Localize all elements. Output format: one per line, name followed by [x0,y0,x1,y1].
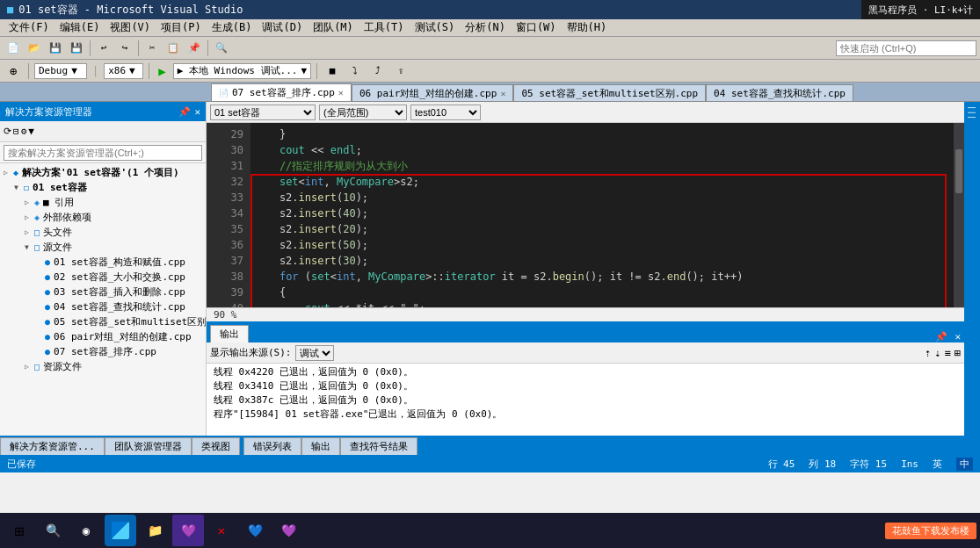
output-bottom-tab[interactable]: 输出 [301,437,340,455]
panel-close-btn[interactable]: ✕ [951,331,964,342]
menu-item-N[interactable]: 分析(N) [460,18,511,37]
sync-btn[interactable]: ⟳ [4,126,11,137]
tree-item-12[interactable]: ●07 set容器_排序.cpp [0,344,206,359]
code-line-33: set<int, MyCompare>s2; [254,174,950,190]
menu-item-M[interactable]: 团队(M) [308,18,359,37]
sep6 [316,63,317,79]
row-status[interactable]: 行 45 [768,458,795,471]
sidebar-pin-btn[interactable]: 📌 [178,106,191,118]
menu-item-F[interactable]: 文件(F) [4,18,54,37]
tree-item-7[interactable]: ●02 set容器_大小和交换.cpp [0,270,206,285]
error-list-tab[interactable]: 错误列表 [243,437,301,455]
main-area: 解决方案资源管理器 📌 ✕ ⟳ ⊟ ⚙ ▼ ▷◆解决方案'01 set容器'(1… [0,102,980,436]
tree-item-0[interactable]: ▷◆解决方案'01 set容器'(1 个项目) [0,165,206,180]
find-btn[interactable]: 🔍 [212,40,231,57]
tree-item-1[interactable]: ▼◻01 set容器 [0,180,206,195]
output-btn4[interactable]: ⊞ [955,347,961,359]
task-view-btn[interactable]: ◉ [70,515,102,546]
ins-status[interactable]: Ins [901,458,918,470]
platform-dropdown[interactable]: x86 ▼ [104,63,143,79]
collapse-btn[interactable]: ⊟ [13,126,19,137]
find-results-tab[interactable]: 查找符号结果 [340,437,417,455]
scroll-thumb[interactable] [955,149,962,193]
team-tab[interactable]: 团队资源管理器 [105,437,192,455]
paste-btn[interactable]: 📌 [185,40,204,57]
save-all-btn[interactable]: 💾 [67,40,86,57]
col-status[interactable]: 列 18 [809,458,836,471]
blue-diamond-btn[interactable]: 💙 [239,515,271,546]
search-taskbar-btn[interactable]: 🔍 [37,515,69,546]
edge-btn[interactable] [105,515,136,546]
output-btn3[interactable]: ≡ [945,347,951,359]
explorer-btn[interactable]: 📁 [139,515,171,546]
start-btn[interactable]: ⊞ [4,515,35,546]
menu-item-V[interactable]: 视图(V) [105,18,156,37]
stop-btn[interactable]: ■ [323,62,342,80]
menu-item-P[interactable]: 项目(P) [156,18,207,37]
run-dropdown[interactable]: ▶ 本地 Windows 调试... ▼ [173,63,311,79]
vs-taskbar-btn[interactable]: 💜 [172,515,204,546]
solution-tab[interactable]: 解决方案资源管... [0,437,105,455]
output-btn2[interactable]: ⇣ [934,347,940,359]
tab-0-close[interactable]: ✕ [338,88,344,97]
panel-pin-btn[interactable]: 📌 [932,331,951,342]
step-over-btn[interactable]: ⤵ [345,62,365,80]
tree-item-8[interactable]: ●03 set容器_插入和删除.cpp [0,285,206,299]
code-content[interactable]: } cout << endl; //指定排序规则为从大到小 set<int, M… [250,123,954,307]
tree-item-5[interactable]: ▼□源文件 [0,240,206,255]
vertical-scrollbar[interactable] [954,123,964,307]
purple-btn[interactable]: 💜 [272,515,304,546]
right-panel-icon[interactable]: ||| [968,105,976,119]
copy-btn[interactable]: 📋 [163,40,183,57]
output-btn1[interactable]: ⇡ [925,347,931,359]
tree-item-9[interactable]: ●04 set容器_查找和统计.cpp [0,299,206,314]
tree-item-10[interactable]: ●05 set容器_set和multiset区别.cpp [0,314,206,329]
menu-item-B[interactable]: 生成(B) [207,18,258,37]
x-btn[interactable]: ✕ [206,515,237,546]
quick-search-input[interactable] [836,40,976,56]
sidebar-close-btn[interactable]: ✕ [194,106,200,118]
tree-item-2[interactable]: ▷◈■ 引用 [0,195,206,210]
step-out-btn[interactable]: ⇪ [391,62,410,80]
menu-item-D[interactable]: 调试(D) [257,18,308,37]
lang-switch[interactable]: 中 [956,458,973,471]
class-tab[interactable]: 类视图 [192,437,240,455]
undo-btn[interactable]: ↩ [94,40,113,57]
tree-item-4[interactable]: ▷□头文件 [0,225,206,240]
save-btn[interactable]: 💾 [46,40,65,57]
props-btn[interactable]: ⚙ [21,126,27,137]
cut-btn[interactable]: ✂ [142,40,162,57]
code-line-41: for (set<int, MyCompare>::iterator it = … [254,269,950,285]
new-btn[interactable]: 📄 [4,40,23,57]
tab-0[interactable]: 📄 07 set容器_排序.cpp ✕ [211,83,352,101]
config-dropdown[interactable]: Debug ▼ [34,63,87,79]
tab-1[interactable]: 06 pair对组_对组的创建.cpp ✕ [352,84,514,101]
tree-item-6[interactable]: ●01 set容器_构造和赋值.cpp [0,255,206,270]
menu-item-S[interactable]: 测试(S) [410,18,461,37]
lang-status[interactable]: 英 [933,458,942,471]
menu-item-H[interactable]: 帮助(H) [562,18,613,37]
menu-item-W[interactable]: 窗口(W) [511,18,562,37]
redo-btn[interactable]: ↪ [115,40,134,57]
menu-item-E[interactable]: 编辑(E) [54,18,105,37]
tab-3[interactable]: 04 set容器_查找和统计.cpp [706,84,853,101]
menu-item-T[interactable]: 工具(T) [359,18,410,37]
sidebar-search-input[interactable] [4,145,202,161]
char-status[interactable]: 字符 15 [850,458,887,471]
open-btn[interactable]: 📂 [25,40,44,57]
scope-select[interactable]: (全局范围) [319,105,407,120]
output-source-select[interactable]: 调试 [295,345,334,361]
member-select[interactable]: test010 [410,105,481,120]
tree-item-3[interactable]: ▷◈外部依赖项 [0,210,206,225]
play-btn[interactable]: ▶ [155,64,169,78]
output-tab[interactable]: 输出 [210,325,249,342]
add-btn[interactable]: ⊕ [4,62,23,80]
step-into-btn[interactable]: ⤴ [368,62,388,80]
tree-item-11[interactable]: ●06 pair对组_对组的创建.cpp [0,329,206,344]
filter-btn[interactable]: ▼ [28,126,34,137]
tab-1-close[interactable]: ✕ [500,89,505,98]
tab-2[interactable]: 05 set容器_set和multiset区别.cpp [513,84,706,101]
code-editor[interactable]: 2930313233343536373839404142434445 } cou… [207,123,964,307]
file-select[interactable]: 01 set容器 [210,105,316,120]
tree-item-13[interactable]: ▷□资源文件 [0,359,206,374]
